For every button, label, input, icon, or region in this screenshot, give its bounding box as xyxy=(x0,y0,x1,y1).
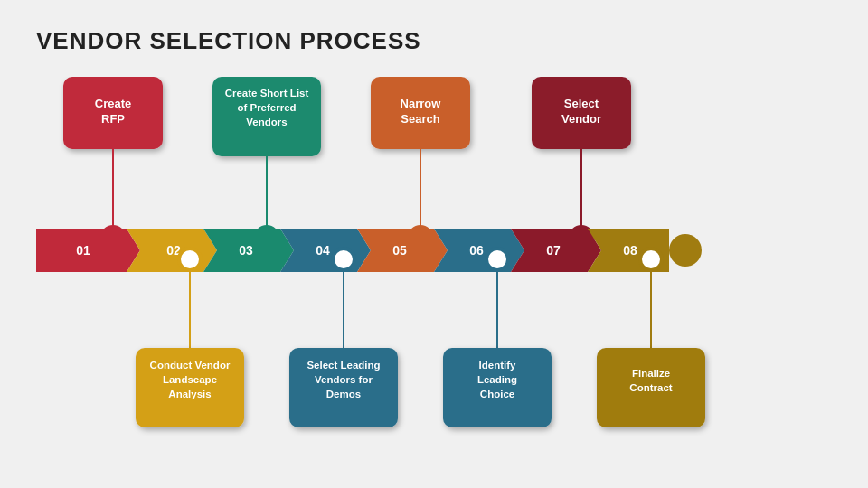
svg-text:Create Short List: Create Short List xyxy=(225,88,309,99)
svg-text:06: 06 xyxy=(469,243,484,258)
svg-text:Finalize: Finalize xyxy=(632,368,670,379)
svg-text:Search: Search xyxy=(401,112,439,126)
svg-text:of Preferred: of Preferred xyxy=(237,102,296,113)
svg-point-38 xyxy=(179,249,201,270)
svg-text:Identify: Identify xyxy=(479,360,516,371)
slide: VENDOR SELECTION PROCESS Create RFP Crea… xyxy=(0,0,868,488)
svg-point-41 xyxy=(640,249,662,270)
svg-text:04: 04 xyxy=(316,243,330,258)
svg-text:RFP: RFP xyxy=(101,112,125,126)
svg-text:07: 07 xyxy=(546,243,561,258)
svg-text:Landscape: Landscape xyxy=(163,374,217,385)
svg-text:Narrow: Narrow xyxy=(401,97,442,110)
svg-text:01: 01 xyxy=(76,243,90,258)
svg-text:Demos: Demos xyxy=(326,389,361,399)
svg-text:08: 08 xyxy=(623,243,637,258)
svg-text:Select: Select xyxy=(564,97,599,110)
svg-text:Vendors: Vendors xyxy=(246,117,287,127)
svg-text:Contract: Contract xyxy=(629,382,672,393)
page-title: VENDOR SELECTION PROCESS xyxy=(36,27,832,55)
svg-text:05: 05 xyxy=(392,243,407,258)
svg-text:Create: Create xyxy=(95,97,131,110)
svg-point-40 xyxy=(486,249,508,270)
svg-text:Conduct Vendor: Conduct Vendor xyxy=(150,360,231,371)
svg-text:Select Leading: Select Leading xyxy=(307,360,380,371)
svg-text:Analysis: Analysis xyxy=(168,389,211,399)
svg-text:Vendor: Vendor xyxy=(561,112,601,126)
svg-point-39 xyxy=(333,249,354,270)
svg-text:Vendors for: Vendors for xyxy=(315,374,373,385)
svg-text:Leading: Leading xyxy=(477,374,517,385)
svg-text:Choice: Choice xyxy=(480,389,514,399)
svg-text:03: 03 xyxy=(239,243,253,258)
svg-point-37 xyxy=(669,234,702,267)
timeline-diagram: Create RFP Create Short List of Preferre… xyxy=(36,77,832,465)
